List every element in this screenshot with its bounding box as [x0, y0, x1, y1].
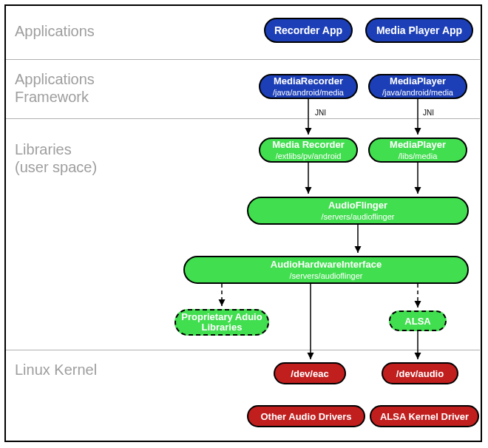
title-audiohw: AudioHardwareInterface	[271, 259, 382, 270]
node-alsa-kernel-driver: ALSA Kernel Driver	[370, 405, 479, 427]
node-mediaplayer-fw: MediaPlayer /java/android/media	[368, 74, 467, 99]
title-mediaplayer-lib: MediaPlayer	[390, 140, 446, 150]
section-libraries-l2: (user space)	[15, 159, 97, 175]
node-other-audio-drivers: Other Audio Drivers	[247, 405, 365, 427]
title-media-recorder-lib: Media Recorder	[272, 140, 345, 150]
label-alsa: ALSA	[404, 316, 430, 327]
section-linux-kernel: Linux Kernel	[15, 361, 97, 379]
title-audioflinger: AudioFlinger	[328, 200, 387, 211]
section-applications-framework: Applications Framework	[15, 70, 95, 106]
label-other-audio-drivers: Other Audio Drivers	[260, 411, 351, 422]
node-media-player-app: Media Player App	[365, 18, 473, 43]
node-audioflinger: AudioFlinger /servers/audioflinger	[247, 197, 469, 225]
label-media-player-app: Media Player App	[376, 24, 462, 36]
label-prop-audio-libs-l1: Proprietary Aduio	[181, 312, 262, 322]
section-applications: Applications	[15, 22, 95, 40]
divider-1	[6, 59, 480, 60]
node-mediarecorder-fw: MediaRecorder /java/android/media	[259, 74, 358, 99]
node-alsa: ALSA	[389, 310, 447, 331]
jni-label-left: JNI	[315, 109, 326, 117]
title-mediaplayer-fw: MediaPlayer	[390, 76, 446, 86]
section-libraries-l1: Libraries	[15, 141, 72, 157]
section-applications-framework-l1: Applications	[15, 71, 95, 87]
sub-mediarecorder-fw: /java/android/media	[273, 88, 344, 97]
node-media-recorder-lib: Media Recorder /extlibs/pv/android	[259, 138, 358, 163]
divider-2	[6, 118, 480, 119]
label-recorder-app: Recorder App	[274, 24, 342, 36]
divider-3	[6, 350, 480, 350]
label-dev-eac: /dev/eac	[291, 368, 328, 379]
node-recorder-app: Recorder App	[264, 18, 353, 43]
sub-audioflinger: /servers/audioflinger	[321, 212, 394, 221]
section-libraries: Libraries (user space)	[15, 140, 97, 176]
jni-label-right: JNI	[423, 109, 434, 117]
label-prop-audio-libs-l2: Libraries	[202, 322, 243, 333]
sub-mediaplayer-lib: /libs/media	[399, 152, 438, 160]
label-dev-audio: /dev/audio	[396, 368, 444, 379]
sub-mediaplayer-fw: /java/android/media	[382, 88, 453, 97]
node-dev-eac: /dev/eac	[274, 362, 346, 384]
sub-audiohw: /servers/audioflinger	[289, 271, 362, 280]
title-mediarecorder-fw: MediaRecorder	[274, 76, 343, 86]
node-dev-audio: /dev/audio	[382, 362, 458, 384]
section-applications-framework-l2: Framework	[15, 89, 89, 105]
node-audiohw: AudioHardwareInterface /servers/audiofli…	[183, 256, 469, 284]
node-prop-audio-libs: Proprietary Aduio Libraries	[174, 309, 269, 336]
sub-media-recorder-lib: /extlibs/pv/android	[276, 152, 342, 160]
label-alsa-kernel-driver: ALSA Kernel Driver	[380, 411, 469, 422]
node-mediaplayer-lib: MediaPlayer /libs/media	[368, 138, 467, 163]
